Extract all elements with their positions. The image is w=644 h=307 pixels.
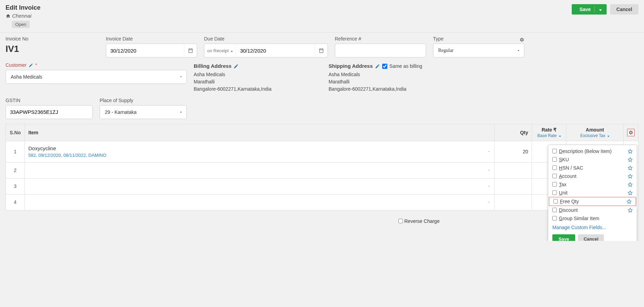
reverse-charge-checkbox[interactable] — [398, 219, 403, 223]
item-dropdown-icon[interactable] — [487, 184, 491, 188]
reverse-charge[interactable]: Reverse Charge — [398, 218, 440, 224]
popup-column-option[interactable]: Account — [548, 172, 637, 180]
row-item-cell[interactable]: Doxycycline 582, 09/12/2020, 08/11/2022,… — [25, 141, 495, 162]
shipping-name: Asha Medicals — [329, 71, 638, 78]
billing-address-title: Billing Address — [194, 62, 322, 70]
type-select[interactable]: Regular — [433, 44, 524, 57]
column-checkbox[interactable] — [552, 182, 557, 187]
invoice-date-input[interactable] — [106, 44, 197, 57]
location-text: Chennai — [12, 13, 31, 19]
shipping-line1: Marathalli — [329, 78, 638, 85]
due-date-input[interactable]: on Receipt — [204, 44, 328, 57]
popup-column-option[interactable]: Unit — [548, 189, 637, 197]
calendar-icon[interactable] — [315, 44, 328, 57]
column-checkbox[interactable] — [552, 216, 557, 220]
due-date-field[interactable] — [236, 44, 315, 57]
star-icon[interactable] — [628, 174, 633, 179]
column-checkbox[interactable] — [552, 190, 557, 195]
star-icon[interactable] — [628, 208, 633, 213]
popup-column-option[interactable]: SKU — [548, 155, 637, 164]
popup-column-option[interactable]: Free Qty — [549, 197, 636, 206]
due-date-mode[interactable]: on Receipt — [204, 44, 236, 57]
row-item-cell[interactable] — [25, 194, 495, 210]
gstin-field[interactable] — [6, 106, 92, 119]
row-sno: 1 — [6, 141, 25, 162]
row-sno: 4 — [6, 194, 25, 210]
column-checkbox[interactable] — [553, 199, 558, 204]
row-item-cell[interactable] — [25, 178, 495, 194]
column-option-label: Unit — [559, 190, 568, 196]
amount-mode-dropdown[interactable]: Exclusive Tax — [570, 133, 620, 138]
star-icon[interactable] — [628, 149, 633, 154]
popup-column-option[interactable]: Tax — [548, 180, 637, 189]
customer-value: Asha Medicals — [11, 74, 42, 80]
column-checkbox[interactable] — [552, 208, 557, 212]
column-checkbox[interactable] — [552, 157, 557, 162]
table-row: 1 Doxycycline 582, 09/12/2020, 08/11/202… — [6, 141, 638, 162]
row-qty[interactable]: 20 — [495, 141, 532, 162]
button-divider — [594, 6, 595, 12]
column-checkbox[interactable] — [552, 174, 557, 178]
table-row: 4 — [6, 194, 638, 210]
popup-cancel-button[interactable]: Cancel — [578, 234, 604, 241]
reference-field[interactable] — [335, 44, 426, 57]
column-settings-button[interactable] — [627, 129, 635, 136]
column-checkbox[interactable] — [552, 165, 557, 170]
column-option-label: Group Similar Item — [559, 216, 599, 221]
item-dropdown-icon[interactable] — [487, 169, 491, 172]
popup-column-option[interactable]: Group Similar Item — [548, 214, 637, 223]
same-as-billing-checkbox[interactable] — [382, 64, 387, 69]
manage-custom-fields-link[interactable]: Manage Custom Fields... — [548, 223, 637, 232]
th-sno: S.No — [6, 124, 25, 141]
required-asterisk: * — [35, 62, 37, 68]
save-button[interactable]: Save — [572, 4, 607, 15]
popup-column-option[interactable]: HSN / SAC — [548, 164, 637, 172]
place-of-supply-select[interactable]: 29 - Karnataka — [100, 105, 187, 119]
rate-mode-dropdown[interactable]: Base Rate — [535, 133, 563, 138]
row-qty[interactable] — [495, 194, 532, 210]
type-value: Regular — [438, 48, 453, 53]
popup-save-button[interactable]: Save — [552, 234, 575, 241]
table-row: 3 — [6, 178, 638, 194]
row-qty[interactable] — [495, 162, 532, 178]
item-batch-link[interactable]: 582, 09/12/2020, 08/11/2022, DAMINO — [28, 153, 491, 158]
star-icon[interactable] — [628, 157, 633, 162]
shipping-address-title: Shipping Address Same as billing — [329, 62, 638, 70]
gear-icon[interactable] — [519, 37, 524, 42]
gstin-input[interactable] — [6, 105, 93, 119]
popup-column-option[interactable]: Description (Below Item) — [548, 147, 637, 155]
shipping-title-text: Shipping Address — [329, 62, 373, 70]
save-button-label: Save — [579, 7, 591, 12]
invoice-no-label: Invoice No — [6, 36, 99, 42]
page-title: Edit Invoice — [6, 4, 40, 11]
due-date-label: Due Date — [204, 36, 328, 42]
row-item-cell[interactable] — [25, 162, 495, 178]
billing-line2: Bangalore-6002271,Karnataka,India — [194, 85, 322, 93]
th-rate-text: Rate ₹ — [535, 127, 563, 133]
edit-icon[interactable] — [233, 64, 239, 69]
calendar-icon[interactable] — [184, 44, 197, 57]
amount-sub-text: Exclusive Tax — [580, 133, 605, 138]
items-table: S.No Item Qty Rate ₹ Base Rate Amount Ex… — [6, 124, 638, 210]
star-icon[interactable] — [627, 199, 632, 204]
invoice-date-field[interactable] — [106, 44, 184, 57]
popup-column-option[interactable]: Discount — [548, 206, 637, 214]
item-dropdown-icon[interactable] — [487, 200, 491, 204]
column-checkbox[interactable] — [552, 149, 557, 153]
save-dropdown-icon[interactable] — [598, 7, 602, 12]
star-icon[interactable] — [628, 165, 633, 170]
th-qty: Qty — [495, 124, 532, 141]
customer-select[interactable]: Asha Medicals — [6, 70, 187, 84]
chevron-down-icon — [516, 48, 521, 53]
same-as-billing-label: Same as billing — [389, 63, 422, 70]
pencil-icon[interactable] — [29, 63, 33, 67]
row-qty[interactable] — [495, 178, 532, 194]
billing-line1: Marathalli — [194, 78, 322, 85]
item-dropdown-icon[interactable] — [487, 150, 491, 153]
edit-icon[interactable] — [375, 64, 380, 69]
star-icon[interactable] — [628, 182, 633, 187]
cancel-button[interactable]: Cancel — [610, 4, 638, 15]
reference-input[interactable] — [335, 44, 426, 57]
type-label: Type — [433, 36, 443, 42]
star-icon[interactable] — [628, 190, 633, 195]
